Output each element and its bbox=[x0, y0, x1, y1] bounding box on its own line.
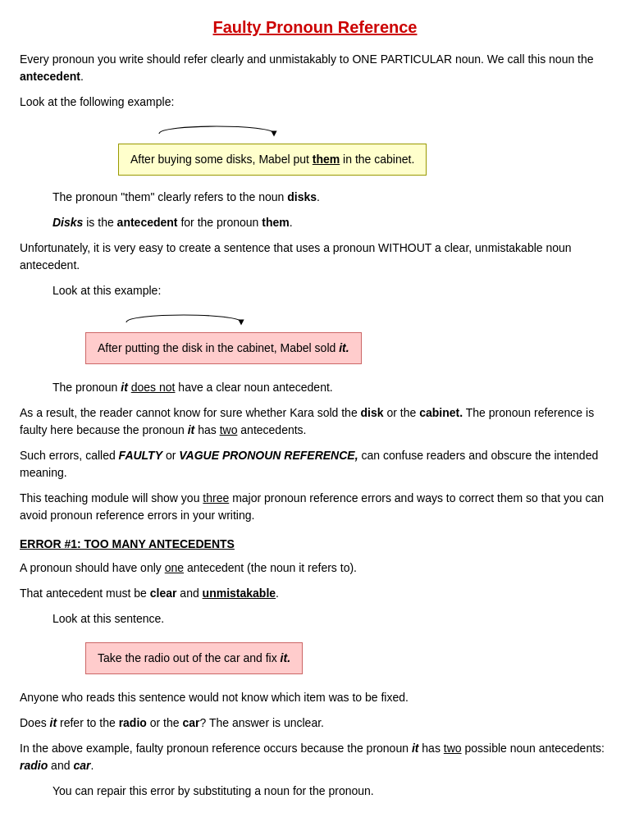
intro-end: . bbox=[80, 70, 84, 83]
repair-paragraph: You can repair this error by substitutin… bbox=[52, 783, 610, 800]
above-car: car bbox=[73, 759, 90, 772]
para-4: This teaching module will show you three… bbox=[20, 490, 610, 524]
para3-vague: VAGUE PRONOUN REFERENCE, bbox=[179, 449, 358, 462]
look-example-2: Look at this example: bbox=[52, 282, 610, 299]
note1-end: . bbox=[317, 190, 320, 203]
para-1: Unfortunately, it is very easy to create… bbox=[20, 240, 610, 274]
note1-disks: disks bbox=[287, 190, 317, 203]
para-3: Such errors, called FAULTY or VAGUE PRON… bbox=[20, 447, 610, 482]
note2-antecedent: antecedent bbox=[117, 216, 178, 229]
para2-two: two bbox=[220, 423, 238, 436]
above-mid2: possible noun antecedents: bbox=[462, 742, 605, 755]
error1-p2: That antecedent must be clear and unmist… bbox=[20, 585, 610, 602]
above-mid3: and bbox=[48, 759, 73, 772]
example1-text: After buying some disks, Mabel put bbox=[130, 153, 313, 166]
para2-mid: or the bbox=[384, 406, 420, 419]
note-3: The pronoun it does not have a clear nou… bbox=[52, 379, 610, 396]
does-it-mid2: or the bbox=[147, 716, 183, 729]
para3-mid: or bbox=[162, 449, 179, 462]
example2-it: it. bbox=[339, 341, 349, 354]
para4-text: This teaching module will show you bbox=[20, 491, 203, 504]
intro-paragraph: Every pronoun you write should refer cle… bbox=[20, 51, 610, 85]
note-2: Disks is the antecedent for the pronoun … bbox=[52, 214, 610, 231]
look-example-1: Look at the following example: bbox=[20, 94, 610, 111]
does-it-car: car bbox=[182, 716, 199, 729]
para2-disk: disk bbox=[361, 406, 384, 419]
above-radio: radio bbox=[20, 759, 48, 772]
para2-text: As a result, the reader cannot know for … bbox=[20, 406, 361, 419]
para2-cabinet: cabinet. bbox=[419, 406, 463, 419]
arrow-svg-2 bbox=[61, 308, 340, 326]
error1-header: ERROR #1: TOO MANY ANTECEDENTS bbox=[20, 536, 610, 553]
para2-it: it bbox=[188, 423, 195, 436]
para2-end2: has bbox=[194, 423, 219, 436]
error1-p2-end: . bbox=[276, 587, 279, 600]
error1-clear: clear bbox=[150, 587, 177, 600]
does-it-radio: radio bbox=[119, 716, 147, 729]
page-title: Faulty Pronoun Reference bbox=[20, 15, 610, 39]
error1-p2-mid: and bbox=[176, 587, 202, 600]
note2-end2: . bbox=[290, 216, 293, 229]
example1-end: in the cabinet. bbox=[340, 153, 414, 166]
error1-p1-end: antecedent (the noun it refers to). bbox=[184, 561, 357, 574]
note3-does-not: does not bbox=[131, 381, 176, 394]
note3-it: it bbox=[121, 381, 128, 394]
note3-prefix: The pronoun bbox=[52, 381, 121, 394]
para-2: As a result, the reader cannot know for … bbox=[20, 404, 610, 439]
intro-text: Every pronoun you write should refer cle… bbox=[20, 52, 594, 66]
error1-p1-text: A pronoun should have only bbox=[20, 561, 165, 574]
error1-unmistakable: unmistakable bbox=[203, 587, 276, 600]
example3-text: Take the radio out of the car and fix bbox=[98, 651, 281, 664]
does-it-italic: it bbox=[50, 716, 57, 729]
example-box-1: After buying some disks, Mabel put them … bbox=[118, 144, 427, 176]
note1-text: The pronoun "them" clearly refers to the… bbox=[52, 190, 287, 203]
does-it-end: ? The answer is unclear. bbox=[199, 716, 324, 729]
above-two: two bbox=[444, 742, 462, 755]
example-box-1-container: After buying some disks, Mabel put them … bbox=[69, 119, 610, 182]
anyone-paragraph: Anyone who reads this sentence would not… bbox=[20, 689, 610, 706]
antecedent-bold: antecedent bbox=[20, 70, 80, 83]
note2-end: for the pronoun bbox=[178, 216, 262, 229]
does-it-pre: Does bbox=[20, 716, 50, 729]
para4-three: three bbox=[203, 491, 229, 504]
note2-disks: Disks bbox=[52, 216, 83, 229]
para3-faulty: FAULTY bbox=[119, 449, 162, 462]
example-box-2-container: After putting the disk in the cabinet, M… bbox=[52, 308, 610, 371]
para2-end3: antecedents. bbox=[237, 423, 306, 436]
does-it-mid: refer to the bbox=[57, 716, 118, 729]
error1-p1: A pronoun should have only one anteceden… bbox=[20, 559, 610, 577]
look-sentence: Look at this sentence. bbox=[52, 610, 610, 628]
above-paragraph: In the above example, faulty pronoun ref… bbox=[20, 740, 610, 774]
note2-text: is the bbox=[83, 216, 116, 229]
error1-p2-pre: That antecedent must be bbox=[20, 587, 150, 600]
para3-prefix: Such errors, called bbox=[20, 449, 119, 462]
example1-them: them bbox=[313, 153, 340, 166]
example-box-3-container: Take the radio out of the car and fix it… bbox=[52, 636, 610, 681]
note2-them: them bbox=[262, 216, 289, 229]
example-box-2: After putting the disk in the cabinet, M… bbox=[85, 332, 362, 364]
above-mid: has bbox=[418, 742, 443, 755]
does-it-paragraph: Does it refer to the radio or the car? T… bbox=[20, 714, 610, 732]
above-end: . bbox=[90, 759, 94, 772]
example2-text: After putting the disk in the cabinet, M… bbox=[98, 341, 339, 354]
above-pre: In the above example, faulty pronoun ref… bbox=[20, 742, 412, 755]
note-1: The pronoun "them" clearly refers to the… bbox=[52, 189, 610, 206]
note3-text: have a clear noun antecedent. bbox=[175, 381, 332, 394]
error1-one: one bbox=[165, 561, 184, 574]
arrow-svg-1 bbox=[77, 119, 381, 137]
example3-it: it. bbox=[281, 651, 290, 664]
example-box-3: Take the radio out of the car and fix it… bbox=[85, 642, 303, 674]
